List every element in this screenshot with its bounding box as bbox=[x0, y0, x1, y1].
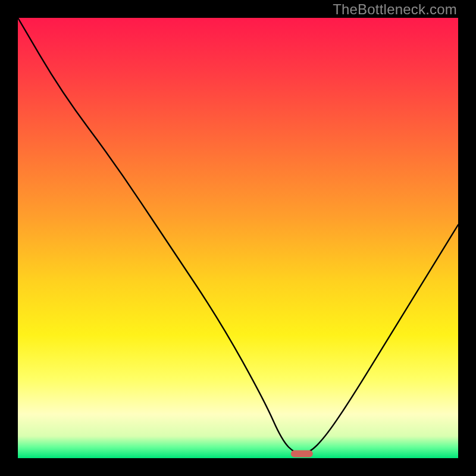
optimal-marker bbox=[291, 450, 313, 458]
watermark-text: TheBottleneck.com bbox=[333, 1, 457, 18]
bottleneck-chart bbox=[18, 18, 458, 458]
chart-frame bbox=[18, 18, 458, 458]
gradient-background bbox=[18, 18, 458, 458]
